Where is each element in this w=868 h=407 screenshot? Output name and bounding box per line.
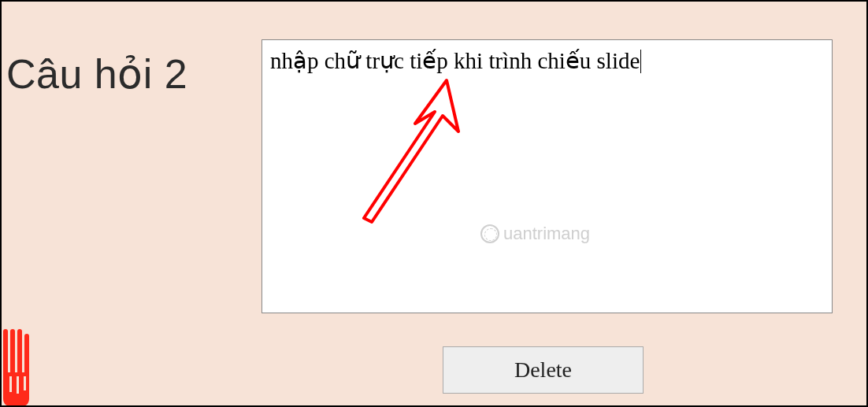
hand-grab-icon bbox=[3, 329, 35, 406]
text-caret bbox=[640, 50, 641, 73]
delete-button[interactable]: Delete bbox=[443, 346, 644, 394]
svg-rect-0 bbox=[3, 329, 8, 376]
svg-rect-6 bbox=[24, 376, 26, 390]
question-text-input[interactable]: nhập chữ trực tiếp khi trình chiếu slide bbox=[262, 39, 833, 313]
question-heading: Câu hỏi 2 bbox=[6, 50, 187, 98]
svg-rect-4 bbox=[9, 376, 12, 392]
svg-rect-5 bbox=[17, 376, 19, 394]
textbox-text: nhập chữ trực tiếp khi trình chiếu slide bbox=[270, 48, 640, 73]
